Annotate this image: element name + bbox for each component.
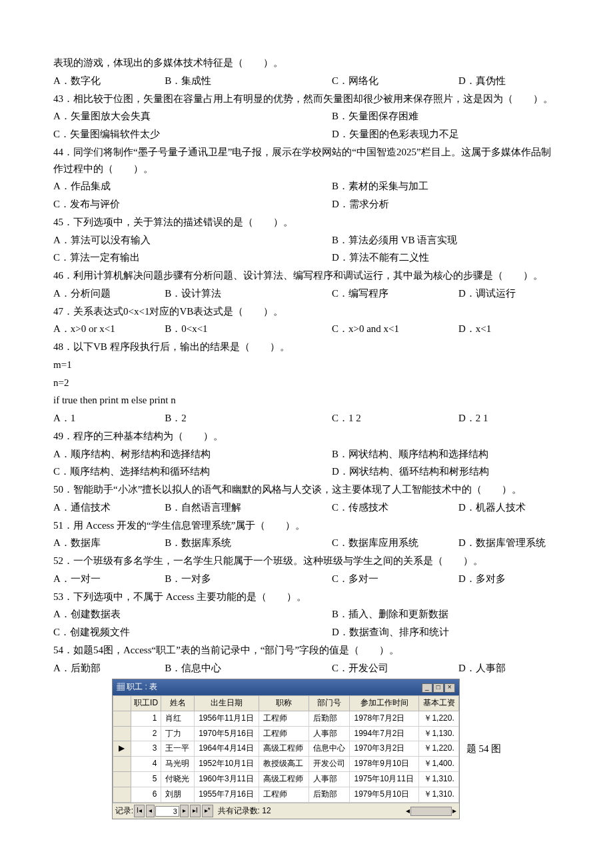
- row-selector[interactable]: [113, 726, 131, 741]
- cell-salary: ￥1,220.: [419, 741, 458, 757]
- q49-options-1: A．顺序结构、树形结构和选择结构 B．网状结构、顺序结构和选择结构: [53, 446, 560, 463]
- table-row[interactable]: 2丁力1970年5月16日工程师人事部1994年7月2日￥1,130.: [113, 726, 458, 741]
- cell-dept: 后勤部: [308, 787, 350, 802]
- table-row[interactable]: 6刘朋1955年7月16日工程师后勤部1979年5月10日￥1,310.: [113, 787, 458, 802]
- cell-salary: ￥1,310.: [419, 772, 458, 787]
- q44-options-2: C．发布与评价 D．需求分析: [53, 196, 560, 213]
- q54-opt-a: A．后勤部: [53, 660, 165, 677]
- nav-label: 记录:: [115, 805, 133, 818]
- q52-opt-d: D．多对多: [458, 571, 560, 587]
- cell-id: 4: [131, 757, 161, 772]
- q49-stem: 49．程序的三种基本结构为（ ）。: [53, 428, 560, 445]
- table-row[interactable]: 1肖红1956年11月1日工程师后勤部1978年7月2日￥1,220.: [113, 711, 458, 726]
- row-selector[interactable]: [113, 772, 131, 787]
- cell-id: 1: [131, 711, 161, 726]
- table-icon: ▦: [117, 682, 125, 691]
- q48-code-3: if true then print m else print n: [53, 392, 560, 409]
- table-header-row: 职工ID 姓名 出生日期 职称 部门号 参加工作时间 基本工资: [113, 696, 458, 711]
- nav-new-icon[interactable]: ▸*: [202, 805, 213, 817]
- th-dob: 出生日期: [195, 696, 259, 711]
- q50-opt-a: A．通信技术: [53, 499, 165, 516]
- q48-code-2: n=2: [53, 375, 560, 391]
- q54-stem: 54．如题54图，Access“职工”表的当前记录中，“部门号”字段的值是（ ）…: [53, 642, 560, 659]
- cell-title: 教授级高工: [259, 757, 308, 772]
- data-table: 职工ID 姓名 出生日期 职称 部门号 参加工作时间 基本工资 1肖红1956年…: [113, 695, 459, 803]
- cell-salary: ￥1,400.: [419, 757, 458, 772]
- q46-opt-b: B．设计算法: [165, 285, 332, 302]
- hscroll-right-icon[interactable]: ▸: [452, 805, 456, 818]
- q53-options-1: A．创建数据表 B．插入、删除和更新数据: [53, 606, 560, 623]
- cell-hire: 1970年3月2日: [350, 741, 419, 757]
- hscroll-left-icon[interactable]: ◂: [406, 805, 410, 818]
- record-navigator: 记录: I◂ ◂ ▸ ▸I ▸* 共有记录数: 12 ◂ ▸: [113, 803, 459, 819]
- q53-opt-a: A．创建数据表: [53, 606, 332, 623]
- q48-code-1: m=1: [53, 357, 560, 373]
- q53-opt-b: B．插入、删除和更新数据: [332, 606, 560, 623]
- cell-title: 高级工程师: [259, 741, 308, 757]
- q49-opt-a: A．顺序结构、树形结构和选择结构: [53, 446, 332, 463]
- q42-stem-tail: 表现的游戏，体现出的多媒体技术特征是（ ）。: [53, 55, 560, 71]
- q54-options: A．后勤部 B．信息中心 C．开发公司 D．人事部: [53, 660, 560, 677]
- cell-salary: ￥1,130.: [419, 726, 458, 741]
- q48-options: A．1 B．2 C．1 2 D．2 1: [53, 410, 560, 427]
- cell-name: 王一平: [161, 741, 195, 757]
- window-title-text: 职工 : 表: [127, 682, 157, 691]
- q45-opt-c: C．算法一定有输出: [53, 249, 332, 266]
- q43-stem: 43．相比较于位图，矢量图在容量占用上有明显的优势，然而矢量图却很少被用来保存照…: [53, 91, 560, 107]
- q44-stem: 44．同学们将制作“墨子号量子通讯卫星”电子报，展示在学校网站的“中国智造202…: [53, 144, 560, 177]
- table-row[interactable]: ▶3王一平1964年4月14日高级工程师信息中心1970年3月2日￥1,220.: [113, 741, 458, 757]
- row-selector[interactable]: [113, 787, 131, 802]
- cell-dept: 后勤部: [308, 711, 350, 726]
- cell-name: 肖红: [161, 711, 195, 726]
- cell-dept: 人事部: [308, 726, 350, 741]
- q44-opt-c: C．发布与评价: [53, 196, 332, 213]
- cell-title: 高级工程师: [259, 772, 308, 787]
- table-row[interactable]: 5付晓光1960年3月11日高级工程师人事部1975年10月11日￥1,310.: [113, 772, 458, 787]
- table-row[interactable]: 4马光明1952年10月1日教授级高工开发公司1978年9月10日￥1,400.: [113, 757, 458, 772]
- cell-title: 工程师: [259, 726, 308, 741]
- q42-options: A．数字化 B．集成性 C．网络化 D．真伪性: [53, 73, 560, 89]
- cell-dept: 开发公司: [308, 757, 350, 772]
- cell-salary: ￥1,220.: [419, 711, 458, 726]
- th-hire: 参加工作时间: [350, 696, 419, 711]
- q48-opt-a: A．1: [53, 410, 165, 427]
- th-salary: 基本工资: [419, 696, 458, 711]
- q50-stem: 50．智能助手“小冰”擅长以拟人的语气和幽默的风格与人交谈，这主要体现了人工智能…: [53, 481, 560, 498]
- q50-options: A．通信技术 B．自然语言理解 C．传感技术 D．机器人技术: [53, 499, 560, 516]
- close-icon[interactable]: ×: [444, 683, 455, 693]
- access-window: ▦ 职工 : 表 _□× 职工ID 姓名 出生日期 职称 部门号 参加工作时间 …: [112, 679, 460, 819]
- q52-opt-a: A．一对一: [53, 571, 165, 587]
- cell-title: 工程师: [259, 787, 308, 802]
- nav-prev-icon[interactable]: ◂: [146, 805, 155, 817]
- cell-id: 5: [131, 772, 161, 787]
- q44-opt-d: D．需求分析: [332, 196, 560, 213]
- q48-opt-b: B．2: [165, 410, 332, 427]
- q43-options-2: C．矢量图编辑软件太少 D．矢量图的色彩表现力不足: [53, 126, 560, 143]
- row-selector[interactable]: [113, 757, 131, 772]
- q43-opt-a: A．矢量图放大会失真: [53, 108, 332, 125]
- row-selector[interactable]: [113, 711, 131, 726]
- window-title: ▦ 职工 : 表: [117, 681, 157, 694]
- q47-opt-d: D．x<1: [458, 321, 560, 337]
- q46-opt-c: C．编写程序: [332, 285, 458, 302]
- cell-name: 刘朋: [161, 787, 195, 802]
- th-id: 职工ID: [131, 696, 161, 711]
- q46-opt-d: D．调试运行: [458, 285, 560, 302]
- q48-opt-d: D．2 1: [458, 410, 560, 427]
- q50-opt-c: C．传感技术: [332, 499, 458, 516]
- q48-stem: 48．以下VB 程序段执行后，输出的结果是（ ）。: [53, 339, 560, 355]
- minimize-icon[interactable]: _: [422, 683, 432, 693]
- row-selector[interactable]: ▶: [113, 741, 131, 757]
- nav-next-icon[interactable]: ▸: [180, 805, 189, 817]
- nav-first-icon[interactable]: I◂: [134, 805, 145, 817]
- q42-opt-d: D．真伪性: [458, 73, 560, 89]
- cell-hire: 1978年9月10日: [350, 757, 419, 772]
- q45-options-1: A．算法可以没有输入 B．算法必须用 VB 语言实现: [53, 232, 560, 249]
- q48-opt-c: C．1 2: [332, 410, 458, 427]
- maximize-icon[interactable]: □: [433, 683, 444, 693]
- q46-options: A．分析问题 B．设计算法 C．编写程序 D．调试运行: [53, 285, 560, 302]
- nav-pos-input[interactable]: [155, 806, 179, 817]
- hscroll-track[interactable]: [410, 807, 452, 816]
- q42-opt-a: A．数字化: [53, 73, 165, 89]
- nav-last-icon[interactable]: ▸I: [190, 805, 201, 817]
